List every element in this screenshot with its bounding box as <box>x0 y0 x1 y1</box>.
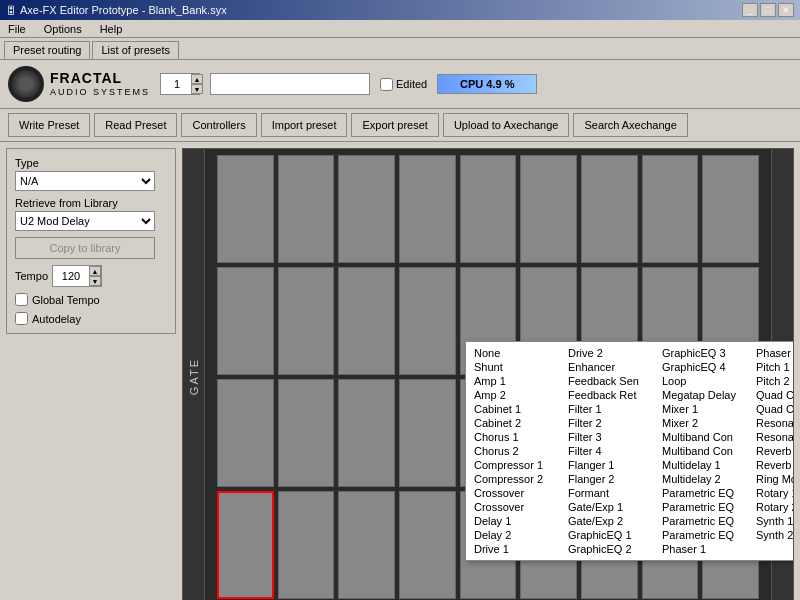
dropdown-item[interactable]: Resonator 2 <box>752 430 794 444</box>
dropdown-item[interactable]: Multidelay 1 <box>658 458 752 472</box>
block-type-dropdown[interactable]: NoneShuntAmp 1Amp 2Cabinet 1Cabinet 2Cho… <box>465 341 794 561</box>
dropdown-item[interactable]: Flanger 2 <box>564 472 658 486</box>
menu-options[interactable]: Options <box>40 23 86 35</box>
dropdown-item[interactable]: Filter 2 <box>564 416 658 430</box>
tab-preset-routing[interactable]: Preset routing <box>4 41 90 59</box>
dropdown-item[interactable]: Loop <box>658 374 752 388</box>
block-29[interactable] <box>338 491 395 599</box>
dropdown-item[interactable]: Parametric EQ <box>658 514 752 528</box>
dropdown-item[interactable]: GraphicEQ 3 <box>658 346 752 360</box>
block-10[interactable] <box>278 267 335 375</box>
preset-number-input[interactable] <box>163 78 191 90</box>
dropdown-item[interactable]: Parametric EQ <box>658 500 752 514</box>
dropdown-item[interactable]: Compressor 2 <box>470 472 564 486</box>
block-4[interactable] <box>460 155 517 263</box>
dropdown-item[interactable]: Delay 1 <box>470 514 564 528</box>
dropdown-item[interactable]: Mixer 2 <box>658 416 752 430</box>
dropdown-item[interactable]: Delay 2 <box>470 528 564 542</box>
window-controls[interactable]: _ □ ✕ <box>742 3 794 17</box>
dropdown-item[interactable]: Multiband Con <box>658 430 752 444</box>
tempo-input[interactable] <box>53 270 89 282</box>
dropdown-item[interactable]: GraphicEQ 1 <box>564 528 658 542</box>
block-1[interactable] <box>278 155 335 263</box>
spinbox-up[interactable]: ▲ <box>191 74 203 84</box>
tempo-spinbox[interactable]: ▲ ▼ <box>52 265 102 287</box>
block-11[interactable] <box>338 267 395 375</box>
tab-list-of-presets[interactable]: List of presets <box>92 41 178 59</box>
block-3[interactable] <box>399 155 456 263</box>
dropdown-item[interactable]: Ring Mod <box>752 472 794 486</box>
controllers-button[interactable]: Controllers <box>181 113 256 137</box>
block-8[interactable] <box>702 155 759 263</box>
read-preset-button[interactable]: Read Preset <box>94 113 177 137</box>
dropdown-item[interactable]: None <box>470 346 564 360</box>
block-27[interactable] <box>217 491 274 599</box>
dropdown-item[interactable]: Synth 1 <box>752 514 794 528</box>
write-preset-button[interactable]: Write Preset <box>8 113 90 137</box>
dropdown-item[interactable]: Shunt <box>470 360 564 374</box>
dropdown-item[interactable]: Chorus 1 <box>470 430 564 444</box>
block-9[interactable] <box>217 267 274 375</box>
dropdown-item[interactable]: GraphicEQ 2 <box>564 542 658 556</box>
menu-help[interactable]: Help <box>96 23 127 35</box>
dropdown-item[interactable]: Gate/Exp 2 <box>564 514 658 528</box>
block-20[interactable] <box>338 379 395 487</box>
dropdown-item[interactable]: Amp 2 <box>470 388 564 402</box>
block-5[interactable] <box>520 155 577 263</box>
import-preset-button[interactable]: Import preset <box>261 113 348 137</box>
dropdown-item[interactable]: Cabinet 2 <box>470 416 564 430</box>
dropdown-item[interactable]: Crossover <box>470 500 564 514</box>
block-28[interactable] <box>278 491 335 599</box>
tempo-up[interactable]: ▲ <box>89 266 101 276</box>
maximize-button[interactable]: □ <box>760 3 776 17</box>
dropdown-item[interactable]: Parametric EQ <box>658 528 752 542</box>
dropdown-item[interactable]: Phaser 2 <box>752 346 794 360</box>
dropdown-item[interactable]: Formant <box>564 486 658 500</box>
dropdown-item[interactable]: Crossover <box>470 486 564 500</box>
dropdown-item[interactable]: Gate/Exp 1 <box>564 500 658 514</box>
block-30[interactable] <box>399 491 456 599</box>
dropdown-item[interactable]: Pitch 2 <box>752 374 794 388</box>
export-preset-button[interactable]: Export preset <box>351 113 438 137</box>
dropdown-item[interactable]: Cabinet 1 <box>470 402 564 416</box>
block-7[interactable] <box>642 155 699 263</box>
preset-name-input[interactable] <box>210 73 370 95</box>
dropdown-item[interactable]: Compressor 1 <box>470 458 564 472</box>
block-0[interactable] <box>217 155 274 263</box>
dropdown-item[interactable]: GraphicEQ 4 <box>658 360 752 374</box>
menu-file[interactable]: File <box>4 23 30 35</box>
edited-checkbox[interactable] <box>380 78 393 91</box>
dropdown-item[interactable]: Feedback Sen <box>564 374 658 388</box>
block-6[interactable] <box>581 155 638 263</box>
dropdown-item[interactable]: Quad Chorus <box>752 402 794 416</box>
tempo-down[interactable]: ▼ <box>89 276 101 286</box>
block-21[interactable] <box>399 379 456 487</box>
dropdown-item[interactable]: Megatap Delay <box>658 388 752 402</box>
dropdown-item[interactable]: Filter 1 <box>564 402 658 416</box>
type-select[interactable]: N/A <box>15 171 155 191</box>
dropdown-item[interactable]: Rotary 1 <box>752 486 794 500</box>
dropdown-item[interactable]: Synth 2 <box>752 528 794 542</box>
dropdown-item[interactable] <box>752 542 794 544</box>
dropdown-item[interactable]: Pitch 1 <box>752 360 794 374</box>
dropdown-item[interactable]: Enhancer <box>564 360 658 374</box>
dropdown-item[interactable]: Mixer 1 <box>658 402 752 416</box>
global-tempo-checkbox[interactable] <box>15 293 28 306</box>
close-button[interactable]: ✕ <box>778 3 794 17</box>
dropdown-item[interactable]: Rotary 2 <box>752 500 794 514</box>
dropdown-item[interactable]: Reverb 2 <box>752 458 794 472</box>
preset-number-spinbox[interactable]: ▲ ▼ <box>160 73 200 95</box>
tempo-spinbox-buttons[interactable]: ▲ ▼ <box>89 266 101 286</box>
dropdown-item[interactable]: Reverb 1 <box>752 444 794 458</box>
autodelay-checkbox[interactable] <box>15 312 28 325</box>
search-axechange-button[interactable]: Search Axechange <box>573 113 687 137</box>
dropdown-item[interactable]: Flanger 1 <box>564 458 658 472</box>
spinbox-buttons[interactable]: ▲ ▼ <box>191 74 203 94</box>
dropdown-item[interactable]: Phaser 1 <box>658 542 752 556</box>
copy-to-library-button[interactable]: Copy to library <box>15 237 155 259</box>
block-2[interactable] <box>338 155 395 263</box>
dropdown-item[interactable]: Parametric EQ <box>658 486 752 500</box>
dropdown-item[interactable]: Quad Chorus <box>752 388 794 402</box>
block-12[interactable] <box>399 267 456 375</box>
dropdown-item[interactable]: Drive 2 <box>564 346 658 360</box>
